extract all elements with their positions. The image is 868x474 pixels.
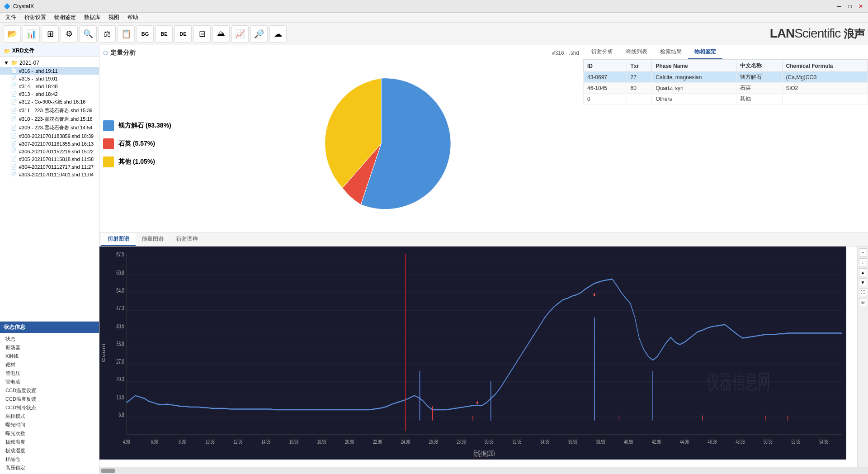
- x-label-1498: 14.98: [261, 439, 270, 445]
- chart-up-btn[interactable]: ▲: [859, 268, 867, 276]
- file-item-306[interactable]: 📄 #306-20210701152219.shd 15:22: [0, 147, 99, 155]
- file-item-310[interactable]: 📄 #310 - 223-雪花石膏岩.shd 15:18: [0, 115, 99, 123]
- chart-fullscreen-btn[interactable]: ⛶: [859, 288, 867, 296]
- folder-2021-07[interactable]: ▼ 📁 2021-07: [0, 59, 99, 67]
- chart-tab-energy[interactable]: 能量图谱: [136, 233, 170, 246]
- balance-button[interactable]: ⚖: [99, 25, 116, 43]
- chart-down-btn[interactable]: ▼: [859, 278, 867, 286]
- status-item-target: 靶材: [0, 360, 99, 369]
- file-item-311[interactable]: 📄 #311 - 223-雪花石膏岩.shd 15:39: [0, 106, 99, 115]
- file-item-312[interactable]: 📄 #312 - Co-900-水纸.shd 16:16: [0, 98, 99, 106]
- grid-button[interactable]: ⊞: [42, 25, 59, 43]
- be-button[interactable]: BE: [156, 25, 173, 43]
- y-label-270: 27.0: [116, 358, 124, 365]
- cell-formula-others: [782, 94, 868, 104]
- cell-formula-calcite: (Ca,Mg)CO3: [782, 72, 868, 83]
- file-name: #307-20210701161355.shd 16:13: [19, 141, 94, 147]
- report-button[interactable]: 📋: [118, 25, 135, 43]
- tab-phase-id[interactable]: 物相鉴定: [688, 45, 722, 59]
- tab-peak-list[interactable]: 峰线列表: [619, 45, 654, 59]
- table-row-quartz[interactable]: 46-1045 60 Quartz, syn 石英 SiO2: [584, 83, 868, 94]
- dot-peak-1: [476, 401, 478, 404]
- x-label-3098: 30.98: [485, 439, 494, 445]
- close-button[interactable]: ✕: [857, 3, 864, 10]
- menu-database[interactable]: 数据库: [80, 13, 104, 22]
- menu-file[interactable]: 文件: [2, 13, 20, 22]
- file-item-309[interactable]: 📄 #309 - 223-雪花石膏岩.shd 14:54: [0, 123, 99, 132]
- file-item-307[interactable]: 📄 #307-20210701161355.shd 16:13: [0, 140, 99, 147]
- file-item-308[interactable]: 📄 #308-20210701183859.shd 18:39: [0, 132, 99, 140]
- file-item-304[interactable]: 📄 #304-20210701112717.shd 11:27: [0, 163, 99, 171]
- file-name: #309 - 223-雪花石膏岩.shd 14:54: [19, 124, 93, 131]
- menu-view[interactable]: 视图: [105, 13, 123, 22]
- file-name: #314 - .shd 18:48: [19, 84, 58, 89]
- x-label-5098: 50.98: [764, 439, 773, 445]
- fingerprint-button[interactable]: 🔍: [80, 25, 97, 43]
- logo-lang-name: 浪声: [844, 28, 864, 40]
- chart-button[interactable]: 📈: [231, 25, 249, 43]
- cloud-button[interactable]: ☁: [269, 25, 287, 43]
- tab-diffraction-analysis[interactable]: 衍射分析: [585, 45, 619, 59]
- menu-help[interactable]: 帮助: [124, 13, 142, 22]
- status-header: 状态信息: [0, 322, 99, 333]
- chart-expand-btn[interactable]: ↔: [859, 248, 867, 256]
- file-item-314[interactable]: 📄 #314 - .shd 18:48: [0, 82, 99, 90]
- legend-color-calcite: [103, 120, 114, 131]
- file-item-303[interactable]: 📄 #303-20210701110401.shd 11:04: [0, 171, 99, 178]
- open-file-button[interactable]: 📂: [4, 25, 21, 43]
- file-icon: 📄: [11, 99, 17, 105]
- menu-phase-id[interactable]: 物相鉴定: [51, 13, 80, 22]
- batch-button[interactable]: 📊: [23, 25, 40, 43]
- legend-label-calcite: 镁方解石 (93.38%): [118, 122, 171, 130]
- file-name: #316 - .shd 19:11: [19, 68, 58, 74]
- file-item-313[interactable]: 📄 #313 - .shd 18:42: [0, 90, 99, 98]
- minimize-button[interactable]: ─: [835, 3, 843, 10]
- x-label-698: 6.98: [151, 439, 158, 445]
- maximize-button[interactable]: □: [846, 3, 854, 10]
- table-button[interactable]: ⊟: [193, 25, 211, 43]
- menu-diffraction-settings[interactable]: 衍射设置: [21, 13, 50, 22]
- status-item-status: 状态: [0, 335, 99, 343]
- file-item-305[interactable]: 📄 #305-20210701115818.shd 11:58: [0, 155, 99, 163]
- x-label-2098: 20.98: [345, 439, 354, 445]
- settings-button[interactable]: ⚙: [61, 25, 78, 43]
- bg-button[interactable]: BG: [137, 25, 154, 43]
- de-button[interactable]: DE: [175, 25, 192, 43]
- chart-tab-pattern[interactable]: 衍射图样: [170, 233, 204, 246]
- chart-grid-btn[interactable]: ⊞: [859, 298, 867, 306]
- cell-cn-quartz: 石英: [736, 83, 782, 94]
- file-name: #308-20210701183859.shd 18:39: [19, 133, 94, 139]
- table-row-calcite[interactable]: 43-0697 27 Calcite, magnesian 镁方解石 (Ca,M…: [584, 72, 868, 83]
- search-button[interactable]: 🔎: [250, 25, 268, 43]
- y-label-68: 6.8: [118, 411, 124, 419]
- peak-button[interactable]: ⛰: [212, 25, 230, 43]
- table-row-others[interactable]: 0 Others 其他: [584, 94, 868, 104]
- file-tree[interactable]: ▼ 📁 2021-07 📄 #316 - .shd 19:11 📄 #315 -…: [0, 57, 99, 321]
- logo-lan: LAN: [770, 26, 795, 40]
- scrollbar-thumb[interactable]: [101, 469, 115, 473]
- file-item-315[interactable]: 📄 #315 - .shd 19:01: [0, 75, 99, 82]
- chart-tab-diffraction[interactable]: 衍射图谱: [101, 233, 136, 246]
- x-label-3698: 36.98: [568, 439, 577, 445]
- x-label-4498: 44.98: [680, 439, 689, 445]
- x-label-4898: 48.98: [736, 439, 745, 445]
- folder-icon: 📁: [11, 60, 18, 66]
- chart-scrollbar[interactable]: [99, 467, 868, 474]
- status-item-board-humid: 板载湿度: [0, 446, 99, 455]
- status-item-sample-mode: 采样模式: [0, 412, 99, 421]
- phase-panel: 衍射分析 峰线列表 检索结果 物相鉴定 ID Txr Phase Name 中文…: [583, 45, 868, 232]
- x-label-2698: 26.98: [429, 439, 438, 445]
- app-icon: 🔷: [4, 3, 10, 9]
- col-header-txr: Txr: [627, 60, 652, 72]
- file-name: #310 - 223-雪花石膏岩.shd 15:18: [19, 116, 93, 123]
- tab-search-results[interactable]: 检索结果: [654, 45, 688, 59]
- chart-compress-btn[interactable]: ↕: [859, 258, 867, 266]
- status-item-ccd-temp-fb: CCD温度反馈: [0, 395, 99, 403]
- cell-phase-others: Others: [652, 94, 736, 104]
- folder-name: 2021-07: [19, 60, 39, 66]
- file-icon: 📄: [11, 91, 17, 97]
- toolbar-buttons: 📂 📊 ⊞ ⚙ 🔍 ⚖ 📋 BG BE DE ⊟ ⛰ 📈 🔎 ☁: [4, 25, 287, 43]
- x-label-1898: 18.98: [317, 439, 326, 445]
- file-item-316[interactable]: 📄 #316 - .shd 19:11: [0, 67, 99, 75]
- x-label-5298: 52.98: [792, 439, 801, 445]
